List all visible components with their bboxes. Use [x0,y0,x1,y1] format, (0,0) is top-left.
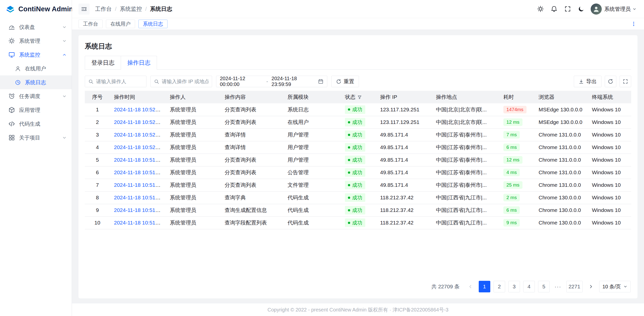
pagination-page-last[interactable]: 2271 [566,281,583,292]
refresh-table-button[interactable] [605,76,616,87]
cell-status: 成功 [341,191,376,204]
status-dot-icon [348,184,350,186]
sidebar-item-label: 应用管理 [19,107,40,114]
ip-search-input[interactable] [162,79,209,84]
export-label: 导出 [586,78,597,85]
table-row[interactable]: 10 2024-11-18 10:51:49 系统管理员 查询字段配置列表 代码… [85,216,631,229]
operation-time-link[interactable]: 2024-11-18 10:52:55 [114,107,163,112]
operation-time-link[interactable]: 2024-11-18 10:51:49 [114,207,163,213]
chevron-down-icon [62,25,67,29]
operation-time-link[interactable]: 2024-11-18 10:52:12 [114,132,163,138]
dark-mode-button[interactable] [576,4,587,15]
chevron-down-icon [62,94,67,99]
cell-location: 中国|北京|北京市|联... [432,103,499,116]
tab-workbench[interactable]: 工作台 [78,20,103,28]
dashboard-icon [8,24,15,30]
table-row[interactable]: 3 2024-11-18 10:52:12 系统管理员 查询详情 用户管理 成功… [85,128,631,141]
logo[interactable]: ContiNew Admin [0,0,72,18]
avatar[interactable] [591,4,602,15]
sidebar-item-app-management[interactable]: 应用管理 [0,103,72,117]
operation-time-link[interactable]: 2024-11-18 10:52:05 [114,144,163,150]
pagination-ellipsis[interactable]: ··· [553,284,563,290]
cell-module: 公告管理 [284,166,341,179]
avatar-person-icon [592,5,600,13]
table-row[interactable]: 1 2024-11-18 10:52:55 系统管理员 分页查询列表 系统日志 … [85,103,631,116]
breadcrumb-item-current: 系统日志 [150,5,172,13]
tab-operation-log[interactable]: 操作日志 [121,56,157,70]
table-row[interactable]: 5 2024-11-18 10:51:55 系统管理员 分页查询列表 用户管理 … [85,154,631,166]
operator-search-field[interactable] [85,76,146,87]
pagination-page-1[interactable]: 1 [479,281,490,292]
sidebar-item-task-schedule[interactable]: 任务调度 [0,89,72,103]
username: 系统管理员 [604,6,631,13]
pagination-next-button[interactable] [586,281,596,292]
status-tag: 成功 [345,143,365,152]
operator-search-input[interactable] [96,79,143,84]
cell-os: Windows 10 [588,179,631,191]
cell-cost: 1474ms [499,103,535,116]
sidebar-item-dashboard[interactable]: 仪表盘 [0,20,72,34]
download-icon [579,79,584,84]
pagination-page-2[interactable]: 2 [494,281,505,292]
cell-os: Windows 10 [588,103,631,116]
pagination-page-5[interactable]: 5 [538,281,550,292]
date-range-picker[interactable]: 2024-11-12 00:00:00 - 2024-11-18 23:59:5… [216,76,327,87]
table-row[interactable]: 4 2024-11-18 10:52:05 系统管理员 查询详情 用户管理 成功… [85,141,631,154]
settings-button[interactable] [535,4,546,15]
tab-login-log[interactable]: 登录日志 [85,56,121,69]
table-row[interactable]: 6 2024-11-18 10:51:53 系统管理员 分页查询列表 公告管理 … [85,166,631,179]
pagination-prev-button[interactable] [465,281,475,292]
col-ip: 操作 IP [376,91,432,103]
operation-time-link[interactable]: 2024-11-18 10:51:50 [114,195,163,200]
sidebar-item-label: 系统日志 [25,79,46,86]
operation-time-link[interactable]: 2024-11-18 10:52:47 [114,119,163,125]
filter-icon[interactable] [357,95,362,99]
tab-more-button[interactable] [630,20,637,28]
cell-status: 成功 [341,128,376,141]
breadcrumb-item[interactable]: 系统监控 [120,5,142,13]
ip-search-field[interactable] [150,76,212,87]
sidebar-collapse-button[interactable] [78,4,90,15]
reset-label: 重置 [344,78,354,85]
system-log-card: 系统日志 登录日志 操作日志 2024-11-12 00:00: [78,35,637,298]
operation-time-link[interactable]: 2024-11-18 10:51:53 [114,169,163,175]
sidebar-item-online-users[interactable]: 在线用户 [0,62,72,75]
operation-time-link[interactable]: 2024-11-18 10:51:55 [114,157,163,163]
operation-time-link[interactable]: 2024-11-18 10:51:49 [114,220,163,225]
cell-os: Windows 10 [588,191,631,204]
notifications-button[interactable] [548,4,559,15]
cell-time: 2024-11-18 10:51:55 [110,154,166,166]
table-row[interactable]: 7 2024-11-18 10:51:52 系统管理员 分页查询列表 文件管理 … [85,179,631,191]
sidebar-item-system-monitor[interactable]: 系统监控 [0,48,72,62]
sidebar-item-system-log[interactable]: 系统日志 [0,75,72,89]
tab-system-log[interactable]: 系统日志 [138,20,168,28]
pagination-page-4[interactable]: 4 [523,281,535,292]
breadcrumb-item[interactable]: 工作台 [95,5,112,13]
table-row[interactable]: 9 2024-11-18 10:51:49 系统管理员 查询生成配置信息 代码生… [85,204,631,216]
user-menu[interactable]: 系统管理员 [604,6,637,13]
sidebar-item-system-management[interactable]: 系统管理 [0,34,72,48]
page-size-value: 10 条/页 [602,283,621,290]
log-table-body: 1 2024-11-18 10:52:55 系统管理员 分页查询列表 系统日志 … [85,103,631,229]
refresh-icon [608,79,613,84]
pagination-page-3[interactable]: 3 [508,281,520,292]
footer: Copyright © 2022 - present ContiNew Admi… [72,303,644,316]
cell-os: Windows 10 [588,154,631,166]
cell-browser: MSEdge 130.0.0.0 [535,103,588,116]
fullscreen-button[interactable] [562,4,573,15]
app-title: ContiNew Admin [18,5,73,13]
breadcrumb-separator: / [115,6,116,12]
table-row[interactable]: 2 2024-11-18 10:52:47 系统管理员 分页查询列表 在线用户 … [85,116,631,128]
sidebar-item-code-generation[interactable]: 代码生成 [0,117,72,131]
reset-button[interactable]: 重置 [331,76,359,87]
table-row[interactable]: 8 2024-11-18 10:51:50 系统管理员 查询字典 代码生成 成功… [85,191,631,204]
table-fullscreen-button[interactable] [620,76,631,87]
operation-time-link[interactable]: 2024-11-18 10:51:52 [114,182,163,188]
cell-time: 2024-11-18 10:52:47 [110,116,166,128]
duration-badge: 2 ms [503,194,520,201]
sidebar-item-about-project[interactable]: 关于项目 [0,131,72,145]
page-tab-bar: 工作台 在线用户 系统日志 [72,18,644,30]
page-size-select[interactable]: 10 条/页 [599,281,631,292]
export-button[interactable]: 导出 [574,76,601,87]
tab-online-users[interactable]: 在线用户 [106,20,135,28]
